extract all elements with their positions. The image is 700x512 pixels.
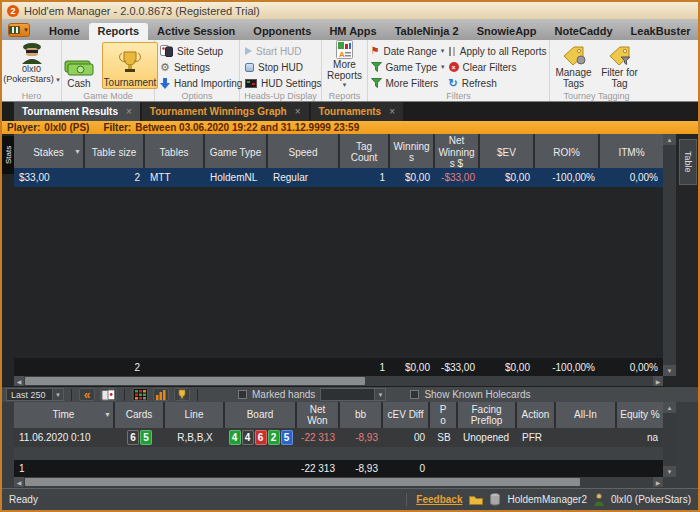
card-spade: 6 xyxy=(127,430,139,445)
trophy-icon xyxy=(176,389,188,400)
menu-tab-hm-apps[interactable]: HM Apps xyxy=(320,23,385,40)
hud-settings-button[interactable]: HUD Settings xyxy=(245,75,316,91)
table-row[interactable]: 11.06.2020 0:10 6 5 R,B,B,X 4 4 6 2 5 -2… xyxy=(14,428,663,447)
scroll-up-icon[interactable]: ▲ xyxy=(663,134,676,145)
scroll-up-icon[interactable]: ▲ xyxy=(663,402,676,413)
database-name[interactable]: HoldemManager2 xyxy=(507,494,587,505)
tag-gear-icon xyxy=(562,45,586,67)
app-menu-icon xyxy=(9,26,20,34)
date-range-button[interactable]: ⚑ Date Range ▾ xyxy=(371,43,439,59)
col-net-won[interactable]: Net Won xyxy=(297,402,340,428)
col-bb[interactable]: bb xyxy=(340,402,383,428)
horizontal-scrollbar[interactable]: ◀ ▶ xyxy=(14,376,663,386)
player-icon[interactable] xyxy=(594,493,604,506)
close-icon[interactable]: × xyxy=(126,106,132,117)
horizontal-scrollbar[interactable]: ◀ ▶ xyxy=(14,477,663,487)
col-tables[interactable]: Tables xyxy=(145,134,205,171)
group-caption: Game Mode xyxy=(62,91,154,101)
hud-settings-icon xyxy=(245,79,257,88)
apply-all-reports-button[interactable]: Apply to all Reports xyxy=(449,43,547,59)
scroll-left-icon[interactable]: ◀ xyxy=(14,376,24,386)
col-position[interactable]: Po xyxy=(430,402,458,428)
group-caption: Hero xyxy=(2,91,61,101)
stop-hud-button[interactable]: Stop HUD xyxy=(245,59,316,75)
menu-tab-leakbuster[interactable]: LeakBuster xyxy=(622,23,700,40)
table-row[interactable]: $33,00 2 MTT HoldemNL Regular 1 $0,00 -$… xyxy=(14,168,663,187)
clear-filters-button[interactable]: × Clear Filters xyxy=(449,59,547,75)
more-reports-button[interactable]: A More Reports ▾ xyxy=(324,42,365,89)
hand-range-select[interactable]: Last 250 ▼ xyxy=(6,388,64,401)
vertical-scrollbar[interactable]: ▲ ▼ xyxy=(663,402,676,477)
scrollbar-thumb[interactable] xyxy=(25,377,365,385)
tab-tournament-results[interactable]: Tournament Results× xyxy=(14,102,140,121)
settings-button[interactable]: ⚙ Settings xyxy=(160,59,234,75)
hand-matrix-button[interactable] xyxy=(132,388,148,401)
col-table-size[interactable]: Table size xyxy=(85,134,145,171)
col-board[interactable]: Board xyxy=(225,402,297,428)
menu-tab-home[interactable]: Home xyxy=(40,23,89,40)
more-filters-button[interactable]: More Filters xyxy=(371,75,439,91)
col-itm[interactable]: ITM% xyxy=(600,134,663,171)
menu-tab-snowieapp[interactable]: SnowieApp xyxy=(468,23,546,40)
col-tag-count[interactable]: Tag Count xyxy=(340,134,390,171)
col-ev[interactable]: $EV xyxy=(480,134,535,171)
col-cards[interactable]: Cards xyxy=(115,402,165,428)
col-net-winnings[interactable]: Net Winnings $ xyxy=(435,134,480,171)
menu-tab-active-session[interactable]: Active Session xyxy=(148,23,244,40)
vertical-scrollbar[interactable]: ▲ ▼ xyxy=(663,134,676,376)
col-roi[interactable]: ROI% xyxy=(535,134,600,171)
scroll-right-icon[interactable]: ▶ xyxy=(653,477,663,487)
card-diamond: 5 xyxy=(281,430,293,445)
close-icon[interactable]: × xyxy=(389,106,395,117)
col-cev-diff[interactable]: cEV Diff xyxy=(383,402,430,428)
menu-tab-reports[interactable]: Reports xyxy=(89,23,149,40)
app-menu-button[interactable]: ▼ xyxy=(8,23,30,37)
scroll-left-icon[interactable]: ◀ xyxy=(14,477,24,487)
holecards-button[interactable] xyxy=(100,388,117,401)
filter-for-tag-button[interactable]: Filter for Tag xyxy=(598,42,642,89)
hero-site-selector[interactable]: (PokerStars) ▾ xyxy=(3,74,60,84)
active-player-name[interactable]: 0lxI0 (PokerStars) xyxy=(611,494,691,505)
chevron-down-icon: ▼ xyxy=(74,148,81,156)
hero-avatar-icon[interactable] xyxy=(19,42,45,64)
hero-player-name[interactable]: 0lxI0 xyxy=(22,64,41,74)
database-icon[interactable] xyxy=(490,493,500,506)
tab-tournament-winnings-graph[interactable]: Tournament Winnings Graph× xyxy=(142,102,309,121)
col-all-in[interactable]: All-In xyxy=(556,402,617,428)
menu-tab-opponents[interactable]: Opponents xyxy=(244,23,320,40)
refresh-button[interactable]: ↻ Refresh xyxy=(449,75,547,91)
show-known-holecards-checkbox[interactable] xyxy=(410,390,419,399)
marked-hands-checkbox[interactable] xyxy=(238,390,247,399)
tournament-button[interactable]: Tournament xyxy=(102,42,158,89)
manage-tags-button[interactable]: Manage Tags xyxy=(552,42,596,89)
table-side-tab[interactable]: Table xyxy=(679,139,697,185)
hand-importing-button[interactable]: Hand Importing xyxy=(160,75,234,91)
marked-hands-select[interactable]: ▼ xyxy=(320,388,386,401)
replay-hand-button[interactable]: « xyxy=(79,388,95,401)
cash-button[interactable]: Cash xyxy=(58,42,100,89)
graph-button[interactable] xyxy=(153,388,169,401)
folder-icon[interactable] xyxy=(469,494,483,505)
col-stakes[interactable]: Stakes▼ xyxy=(14,134,85,171)
game-type-button[interactable]: Game Type ▾ xyxy=(371,59,439,75)
tab-tournaments[interactable]: Tournaments× xyxy=(311,102,403,121)
col-time[interactable]: Time▼ xyxy=(14,402,115,428)
scrollbar-thumb[interactable] xyxy=(25,478,580,486)
stats-side-tab[interactable]: Stats xyxy=(2,136,14,174)
col-action[interactable]: Action xyxy=(517,402,556,428)
col-game-type[interactable]: Game Type xyxy=(205,134,268,171)
site-setup-button[interactable]: Site Setup xyxy=(160,43,234,59)
col-line[interactable]: Line xyxy=(165,402,225,428)
col-facing-preflop[interactable]: Facing Preflop xyxy=(458,402,517,428)
col-speed[interactable]: Speed xyxy=(268,134,340,171)
scroll-down-icon[interactable]: ▼ xyxy=(663,466,676,477)
feedback-link[interactable]: Feedback xyxy=(416,494,462,505)
menu-tab-notecaddy[interactable]: NoteCaddy xyxy=(546,23,622,40)
scroll-down-icon[interactable]: ▼ xyxy=(663,365,676,376)
col-equity[interactable]: Equity % xyxy=(617,402,663,428)
menu-tab-tableninja[interactable]: TableNinja 2 xyxy=(386,23,468,40)
close-icon[interactable]: × xyxy=(295,106,301,117)
tourney-button[interactable] xyxy=(174,388,190,401)
col-winnings[interactable]: Winnings xyxy=(390,134,435,171)
scroll-right-icon[interactable]: ▶ xyxy=(653,376,663,386)
